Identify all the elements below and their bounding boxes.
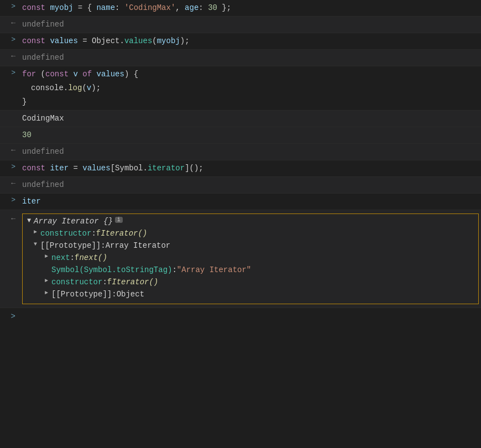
bottom-prompt[interactable]: > <box>0 308 481 325</box>
arrow-10: ← <box>0 178 20 187</box>
input-line-3: > const values = Object.values(myobj); <box>0 33 481 50</box>
info-badge[interactable]: i <box>115 217 123 223</box>
prompt-bottom: > <box>0 312 20 321</box>
output-line-2: ← undefined <box>0 17 481 33</box>
triangle-right-icon-4[interactable]: ► <box>45 290 51 296</box>
input-line-11: > iter <box>0 194 481 210</box>
output-line-8: ← undefined <box>0 144 481 160</box>
output-line-12: ← ▼ Array Iterator {} i ► constructor: f… <box>0 210 481 308</box>
prefix-7 <box>0 128 20 129</box>
code-9: const iter = values[Symbol.iterator](); <box>20 162 481 175</box>
triangle-down-icon-2[interactable]: ▼ <box>34 241 40 247</box>
output-line-10: ← undefined <box>0 177 481 194</box>
triangle-right-icon-2[interactable]: ► <box>45 253 51 259</box>
result-7: 30 <box>20 128 481 142</box>
result-4: undefined <box>20 51 481 65</box>
iterator-box: ▼ Array Iterator {} i ► constructor: f I… <box>22 213 479 304</box>
input-line-1: > const myobj = { name: 'CodingMax', age… <box>0 0 481 17</box>
result-8: undefined <box>20 145 481 159</box>
var-myobj: myobj <box>50 3 73 12</box>
input-line-9: > const iter = values[Symbol.iterator]()… <box>0 160 481 177</box>
console-panel: > const myobj = { name: 'CodingMax', age… <box>0 0 481 448</box>
prompt-5: > <box>0 67 20 81</box>
output-line-7: 30 <box>0 127 481 144</box>
iter-item-prototype2: ► [[Prototype]]: Object <box>23 289 478 301</box>
triangle-right-icon-3[interactable]: ► <box>45 278 51 284</box>
code-5a: for (const v of values) { <box>20 67 481 81</box>
keyword-const: const <box>22 3 50 12</box>
triangle-down-icon[interactable]: ▼ <box>27 217 34 225</box>
prompt-1: > <box>0 1 20 11</box>
triangle-right-icon[interactable]: ► <box>34 229 40 235</box>
prompt-11: > <box>0 195 20 204</box>
iter-item-next: ► next: f next() <box>23 253 478 265</box>
prefix-6 <box>0 112 20 113</box>
code-11: iter <box>20 195 481 209</box>
arrow-4: ← <box>0 51 20 60</box>
arrow-12: ← <box>0 211 20 223</box>
code-3: const values = Object.values(myobj); <box>20 34 481 48</box>
result-2: undefined <box>20 18 481 32</box>
result-6: CodingMax <box>20 112 481 126</box>
arrow-2: ← <box>0 18 20 27</box>
output-line-6: CodingMax <box>0 111 481 127</box>
result-10: undefined <box>20 178 481 192</box>
output-line-4: ← undefined <box>0 50 481 66</box>
code-5c: } <box>20 95 481 109</box>
prompt-3: > <box>0 34 20 44</box>
iter-item-tostringtag: Symbol(Symbol.toStringTag): "Array Itera… <box>23 265 478 277</box>
input-cursor[interactable] <box>20 312 481 321</box>
code-5b: console.log(v); <box>20 81 481 95</box>
arrow-8: ← <box>0 145 20 154</box>
iter-item-prototype1: ▼ [[Prototype]]: Array Iterator <box>23 241 478 253</box>
prompt-9: > <box>0 162 20 171</box>
iterator-title: Array Iterator {} <box>34 217 113 226</box>
input-line-5: > for (const v of values) { console.log(… <box>0 66 481 111</box>
iterator-title-line: ▼ Array Iterator {} i <box>23 216 478 228</box>
code-1: const myobj = { name: 'CodingMax', age: … <box>20 1 481 15</box>
iter-item-constructor2: ► constructor: f Iterator() <box>23 277 478 289</box>
iter-item-constructor1: ► constructor: f Iterator() <box>23 228 478 241</box>
